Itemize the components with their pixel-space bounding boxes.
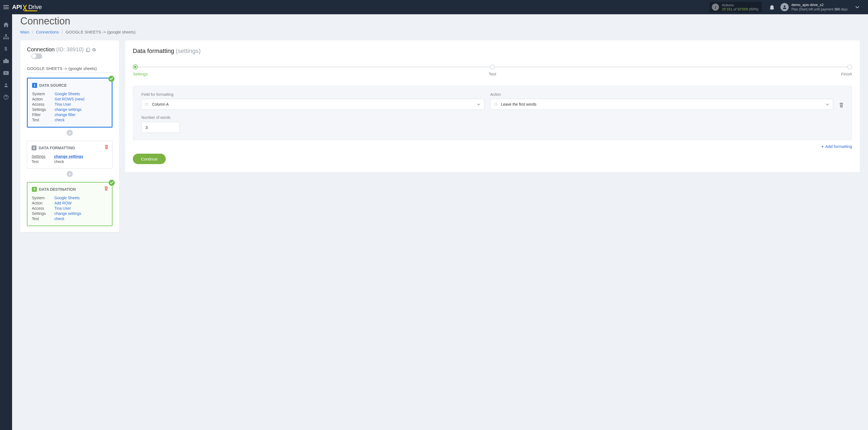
svg-rect-1 bbox=[5, 34, 7, 36]
svg-point-11 bbox=[6, 98, 6, 99]
check-icon bbox=[109, 180, 115, 186]
bell-icon[interactable] bbox=[767, 2, 777, 12]
right-title: Data formatting (settings) bbox=[133, 48, 852, 55]
add-block-button[interactable]: + bbox=[67, 171, 73, 177]
avatar-icon bbox=[780, 3, 789, 11]
field-label: Field for formatting bbox=[141, 92, 484, 97]
svg-text:$: $ bbox=[4, 46, 7, 52]
add-block-button[interactable]: + bbox=[67, 130, 73, 136]
user-name: demo_apix-drive_s2 bbox=[792, 3, 848, 7]
logo[interactable]: API Drive bbox=[12, 4, 42, 11]
svg-rect-2 bbox=[3, 38, 5, 39]
page-title: Connection bbox=[20, 14, 860, 27]
svg-rect-4 bbox=[7, 38, 9, 39]
left-title: Connection (ID: 38910) bbox=[27, 47, 113, 59]
destination-access[interactable]: Tina User bbox=[54, 206, 71, 211]
step-test[interactable]: Test bbox=[489, 64, 496, 76]
crumb-current: GOOGLE SHEETS -> (google sheets) bbox=[66, 30, 135, 34]
formatting-form: Field for formatting Column A Action bbox=[133, 86, 852, 140]
formatting-number: 2 bbox=[32, 146, 36, 150]
source-title: DATA SOURCE bbox=[39, 83, 67, 88]
continue-button[interactable]: Continue bbox=[133, 154, 166, 164]
crumb-connections[interactable]: Connections bbox=[36, 30, 59, 34]
gear-icon[interactable] bbox=[92, 48, 96, 52]
chevron-down-icon bbox=[826, 103, 829, 105]
destination-settings[interactable]: change settings bbox=[54, 211, 81, 216]
nav-user-icon[interactable] bbox=[0, 82, 12, 88]
formatting-title: DATA FORMATTING bbox=[39, 146, 75, 150]
svg-rect-12 bbox=[87, 48, 90, 51]
nav-youtube-icon[interactable] bbox=[0, 70, 12, 76]
nav-briefcase-icon[interactable] bbox=[0, 58, 12, 64]
actions-total: 50'000 bbox=[737, 7, 748, 11]
user-block[interactable]: demo_apix-drive_s2 Plan |Start| left unt… bbox=[780, 3, 848, 11]
topbar: API Drive i Actions: 25'161 of 50'000 (5… bbox=[0, 0, 868, 14]
svg-rect-3 bbox=[5, 38, 7, 39]
field-value: Column A bbox=[152, 102, 169, 106]
block-data-formatting: 2 DATA FORMATTING Settingschange setting… bbox=[27, 141, 113, 169]
connection-id: (ID: 38910) bbox=[56, 47, 84, 53]
breadcrumb: Main / Connections / GOOGLE SHEETS -> (g… bbox=[20, 30, 860, 34]
number-input[interactable] bbox=[141, 122, 180, 133]
info-icon: i bbox=[712, 4, 719, 11]
menu-toggle[interactable] bbox=[2, 3, 10, 11]
block-data-source: 1 DATA SOURCE SystemGoogle Sheets Action… bbox=[27, 78, 113, 128]
source-action[interactable]: Get ROWS (new) bbox=[55, 97, 85, 101]
trash-icon[interactable] bbox=[104, 186, 108, 191]
nav-home-icon[interactable] bbox=[0, 22, 12, 28]
destination-action[interactable]: Add ROW bbox=[54, 201, 72, 205]
destination-system[interactable]: Google Sheets bbox=[54, 196, 80, 200]
action-select[interactable]: Leave the first words bbox=[490, 99, 833, 110]
actions-pct: (50%) bbox=[749, 7, 758, 11]
block-data-destination: 3 DATA DESTINATION SystemGoogle Sheets A… bbox=[27, 182, 113, 226]
enable-toggle[interactable] bbox=[31, 54, 42, 59]
field-select[interactable]: Column A bbox=[141, 99, 484, 110]
nav-help-icon[interactable] bbox=[0, 94, 12, 100]
chevron-down-icon[interactable] bbox=[852, 2, 862, 12]
radio-icon bbox=[495, 103, 497, 106]
source-access[interactable]: Tina User bbox=[55, 102, 71, 106]
crumb-main[interactable]: Main bbox=[20, 30, 29, 34]
trash-icon[interactable] bbox=[839, 103, 844, 110]
svg-point-9 bbox=[5, 84, 7, 85]
nav-sitemap-icon[interactable] bbox=[0, 33, 12, 40]
x-icon bbox=[22, 5, 27, 11]
add-formatting-link[interactable]: + Add formatting bbox=[822, 144, 852, 149]
source-number: 1 bbox=[32, 83, 37, 88]
svg-rect-7 bbox=[5, 59, 7, 60]
number-label: Number of words bbox=[141, 115, 844, 120]
stepper: Settings Test Finish bbox=[133, 64, 852, 76]
nav-dollar-icon[interactable]: $ bbox=[0, 45, 12, 52]
source-settings[interactable]: change settings bbox=[55, 107, 82, 112]
source-filter[interactable]: change filter bbox=[55, 113, 75, 117]
plan-line: Plan |Start| left until payment 360 days bbox=[792, 7, 848, 11]
connection-name: GOOGLE SHEETS -> (google sheets) bbox=[27, 66, 113, 73]
trash-icon[interactable] bbox=[104, 145, 108, 149]
right-panel: Data formatting (settings) Settings Test bbox=[125, 40, 860, 172]
actions-used: 25'161 bbox=[722, 7, 733, 11]
action-value: Leave the first words bbox=[501, 102, 536, 106]
chevron-down-icon bbox=[477, 103, 480, 105]
formatting-settings[interactable]: change settings bbox=[54, 154, 84, 159]
formatting-test: check bbox=[54, 159, 64, 164]
actions-label: Actions: bbox=[722, 3, 758, 7]
check-icon bbox=[108, 76, 115, 82]
svg-point-0 bbox=[784, 5, 785, 7]
step-finish[interactable]: Finish bbox=[841, 64, 852, 76]
destination-test[interactable]: check bbox=[54, 216, 64, 221]
action-label: Action bbox=[490, 92, 833, 97]
left-panel: Connection (ID: 38910) GOOGLE SHEETS -> … bbox=[20, 40, 119, 232]
leftnav: $ bbox=[0, 14, 12, 243]
step-settings[interactable]: Settings bbox=[133, 64, 148, 76]
actions-badge[interactable]: i Actions: 25'161 of 50'000 (50%) bbox=[710, 2, 762, 12]
source-test[interactable]: check bbox=[55, 118, 65, 122]
radio-icon bbox=[146, 103, 148, 106]
destination-number: 3 bbox=[32, 187, 37, 192]
destination-title: DATA DESTINATION bbox=[39, 187, 76, 191]
copy-icon[interactable] bbox=[86, 48, 90, 52]
source-system[interactable]: Google Sheets bbox=[55, 92, 80, 96]
svg-rect-6 bbox=[3, 60, 9, 63]
plus-icon: + bbox=[822, 144, 824, 149]
